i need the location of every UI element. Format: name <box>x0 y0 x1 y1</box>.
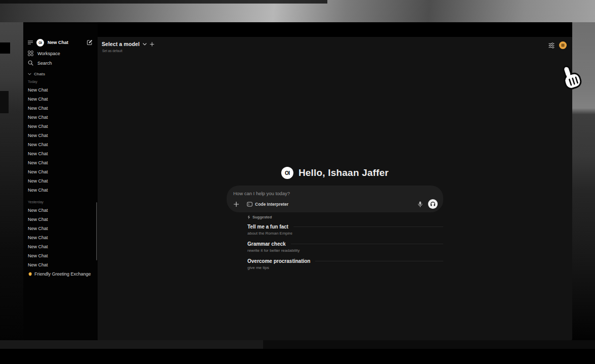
desktop-background-block <box>0 91 9 113</box>
bolt-icon <box>247 215 250 219</box>
suggested-prompt-title: Overcome procrastination <box>247 258 310 264</box>
composer-controls: Code Interpreter <box>232 199 438 209</box>
chat-item[interactable]: New Chat <box>23 215 98 224</box>
app-logo: OI <box>36 39 44 47</box>
sidebar-toggle-icon[interactable] <box>28 40 33 44</box>
chat-item[interactable]: New Chat <box>23 122 98 131</box>
suggested-prompt-subtitle: rewrite it for better readability <box>247 248 443 253</box>
suggested-prompt-title: Grammar check <box>247 241 286 247</box>
topbar-right <box>548 41 567 49</box>
code-interpreter-toggle[interactable]: Code Interpreter <box>247 202 288 207</box>
chats-label: Chats <box>34 72 45 76</box>
new-chat-icon[interactable] <box>87 39 93 46</box>
sidebar-scrollbar[interactable] <box>96 202 97 260</box>
desktop-background-top <box>0 0 595 22</box>
suggested-prompt-subtitle: about the Roman Empire <box>247 231 443 236</box>
chats-section-header[interactable]: Chats <box>23 70 98 77</box>
chat-item[interactable]: New Chat <box>23 140 98 149</box>
model-selector-label: Select a model <box>102 41 140 47</box>
avatar-glyph <box>561 43 565 47</box>
search-label: Search <box>37 61 52 66</box>
suggested-prompt-title: Tell me a fun fact <box>247 224 288 230</box>
model-selector-area: Select a model Set as default <box>102 41 154 53</box>
chat-item[interactable]: New Chat <box>23 131 98 140</box>
workspace-label: Workspace <box>37 51 60 56</box>
greeting-text: Hello, Ishaan Jaffer <box>299 167 389 178</box>
hand-pointer-cursor <box>557 64 587 95</box>
workspace-icon <box>28 51 33 56</box>
microphone-icon[interactable] <box>417 201 423 207</box>
main-area: Select a model Set as default <box>98 37 572 340</box>
controls-sliders-icon[interactable] <box>548 42 555 49</box>
greeting: OI Hello, Ishaan Jaffer <box>281 167 389 179</box>
user-avatar[interactable] <box>559 41 567 49</box>
chat-item[interactable]: New Chat <box>23 176 98 186</box>
chat-item[interactable]: New Chat <box>23 85 98 95</box>
desktop-background-bottom <box>0 340 595 364</box>
suggested-prompt[interactable]: Tell me a fun fact about the Roman Empir… <box>247 224 443 236</box>
message-composer[interactable]: How can I help you today? Code Interpret… <box>227 186 443 212</box>
desktop-background-block <box>0 42 10 54</box>
sidebar: OI New Chat Workspace <box>23 22 98 340</box>
chat-item[interactable]: New Chat <box>23 251 98 260</box>
chat-section-label: Yesterday <box>23 199 98 206</box>
chat-item[interactable]: New Chat <box>23 113 98 122</box>
suggested-label: Suggested <box>252 215 272 219</box>
sidebar-title: New Chat <box>48 40 83 45</box>
attach-plus-icon[interactable] <box>232 200 240 208</box>
desktop-background-left <box>0 22 23 340</box>
code-interpreter-icon <box>247 202 252 207</box>
chat-item[interactable]: New Chat <box>23 158 98 167</box>
chat-item-label: Friendly Greeting Exchange <box>34 271 91 277</box>
chevron-down-icon <box>28 73 31 75</box>
chat-item[interactable]: New Chat <box>23 242 98 251</box>
chat-item[interactable]: New Chat <box>23 186 98 195</box>
code-interpreter-label: Code Interpreter <box>255 202 288 207</box>
chat-item[interactable]: New Chat <box>23 260 98 269</box>
chat-item[interactable]: New Chat <box>23 149 98 158</box>
suggested-prompt[interactable]: Grammar check rewrite it for better read… <box>247 241 443 253</box>
chat-item[interactable]: New Chat <box>23 224 98 233</box>
chat-item-friendly-greeting[interactable]: Friendly Greeting Exchange <box>23 269 98 279</box>
search-icon <box>28 60 33 66</box>
set-as-default-link[interactable]: Set as default <box>102 49 154 53</box>
add-model-icon[interactable] <box>150 42 154 47</box>
app-logo-large: OI <box>281 167 293 179</box>
chat-item[interactable]: New Chat <box>23 104 98 113</box>
chat-item[interactable]: New Chat <box>23 206 98 215</box>
composer-placeholder[interactable]: How can I help you today? <box>233 191 437 196</box>
app-window: OI New Chat Workspace <box>23 22 572 340</box>
chat-section-label: Today <box>23 78 98 85</box>
sidebar-item-search[interactable]: Search <box>23 58 98 68</box>
voice-call-button[interactable] <box>428 199 438 209</box>
suggested-prompt[interactable]: Overcome procrastination give me tips <box>247 258 443 270</box>
sidebar-header: OI New Chat <box>23 37 98 48</box>
chat-item[interactable]: New Chat <box>23 95 98 104</box>
sidebar-item-workspace[interactable]: Workspace <box>23 49 98 58</box>
wave-emoji-icon <box>28 272 32 277</box>
chat-item[interactable]: New Chat <box>23 233 98 242</box>
suggested-header: Suggested <box>247 215 443 219</box>
chat-item[interactable]: New Chat <box>23 167 98 176</box>
suggested-prompts: Suggested Tell me a fun fact about the R… <box>227 215 443 276</box>
chevron-down-icon <box>143 43 147 46</box>
chat-list: TodayNew ChatNew ChatNew ChatNew ChatNew… <box>23 78 98 269</box>
model-selector[interactable]: Select a model <box>102 41 154 47</box>
suggested-prompt-subtitle: give me tips <box>247 265 443 270</box>
